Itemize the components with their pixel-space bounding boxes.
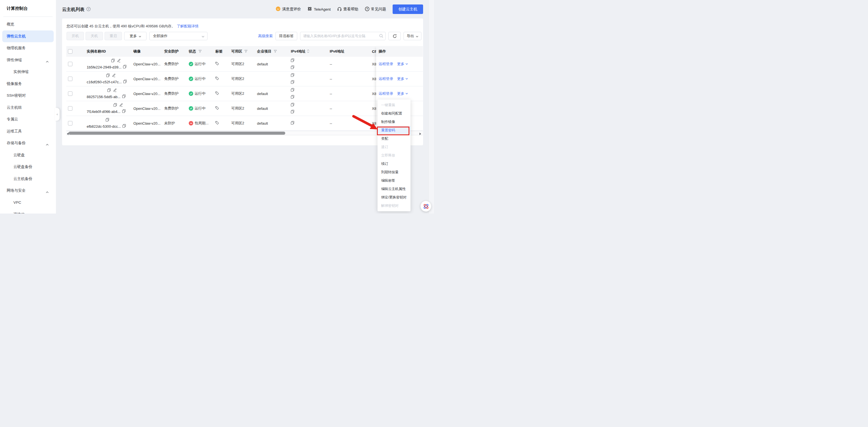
remote-login-link[interactable]: 远程登录: [379, 62, 393, 67]
sidebar-item-host-backup[interactable]: 云主机备份: [0, 173, 56, 185]
copy-icon[interactable]: [291, 121, 325, 126]
row-checkbox[interactable]: [68, 106, 72, 111]
menu-item-edit-tags[interactable]: 编辑标签: [377, 176, 410, 185]
copy-icon[interactable]: [291, 88, 325, 93]
menu-item-renew[interactable]: 续订: [377, 160, 410, 168]
filter-icon[interactable]: [274, 50, 277, 54]
search-icon[interactable]: [379, 34, 383, 39]
copy-icon[interactable]: [123, 65, 126, 69]
more-actions-button[interactable]: 更多: [124, 32, 147, 40]
copy-icon[interactable]: [111, 59, 115, 63]
sidebar-item-physical-machine[interactable]: 物理机服务: [0, 42, 56, 54]
batch-action-select[interactable]: 全部操作: [149, 32, 208, 40]
edit-icon[interactable]: [112, 73, 116, 78]
menu-item-bind-keypair[interactable]: 绑定/更换密钥对: [377, 193, 410, 201]
tag-icon[interactable]: [215, 91, 219, 96]
menu-item-release-now[interactable]: 立即释放: [377, 151, 410, 160]
copy-icon[interactable]: [291, 80, 325, 85]
row-checkbox[interactable]: [68, 62, 72, 66]
col-header-ipv6: IPv6地址: [325, 49, 372, 54]
copy-icon[interactable]: [291, 65, 325, 70]
page-scrollbar-strip[interactable]: [428, 0, 434, 214]
sidebar-item-ops-tools[interactable]: 运维工具: [0, 126, 56, 137]
tag-icon[interactable]: [215, 62, 219, 66]
copy-icon[interactable]: [122, 124, 126, 129]
row-checkbox[interactable]: [68, 76, 72, 81]
copy-icon[interactable]: [114, 103, 117, 107]
sidebar-item-vpc[interactable]: VPC: [0, 197, 56, 209]
satisfaction-survey-button[interactable]: 满意度评价: [276, 6, 301, 12]
horizontal-scrollbar[interactable]: [66, 131, 423, 135]
copy-icon[interactable]: [291, 58, 325, 63]
sidebar-item-network-security[interactable]: 网络与安全: [0, 185, 56, 197]
sidebar-item-ssh-keypair[interactable]: SSH密钥对: [0, 90, 56, 102]
copy-icon[interactable]: [107, 88, 111, 93]
tag-icon[interactable]: [215, 76, 219, 81]
copy-icon[interactable]: [106, 73, 110, 78]
power-on-button[interactable]: 开机: [67, 32, 84, 40]
sidebar-item-image-service[interactable]: 镜像服务: [0, 78, 56, 90]
filter-icon[interactable]: [244, 50, 247, 54]
filter-tag-button[interactable]: 筛选标签: [275, 32, 297, 40]
select-all-checkbox[interactable]: [68, 49, 72, 54]
menu-item-create-image[interactable]: 制作镜像: [377, 118, 410, 126]
tag-icon[interactable]: [215, 106, 219, 111]
faq-button[interactable]: ? 常见问题: [365, 7, 386, 12]
status-badge: 运行中: [195, 76, 206, 81]
sidebar-item-auto-scaling[interactable]: 弹性伸缩: [0, 54, 56, 66]
scroll-right-arrow-icon[interactable]: [419, 132, 422, 136]
row-checkbox[interactable]: [68, 91, 72, 96]
sidebar-item-cloud-disk[interactable]: 云硬盘: [0, 149, 56, 161]
copy-icon[interactable]: [291, 103, 325, 107]
edit-icon[interactable]: [113, 88, 117, 93]
export-button[interactable]: 导出: [404, 32, 422, 40]
power-off-button[interactable]: 关机: [86, 32, 103, 40]
copy-icon[interactable]: [122, 94, 126, 99]
copy-icon[interactable]: [291, 110, 325, 114]
filter-icon[interactable]: [198, 50, 202, 54]
sidebar-item-elastic-cloud-host[interactable]: 弹性云主机: [2, 30, 54, 42]
menu-item-resize[interactable]: 变配: [377, 134, 410, 143]
remote-login-link[interactable]: 远程登录: [379, 91, 393, 96]
advanced-search-link[interactable]: 高级搜索: [258, 34, 273, 39]
menu-item-clone-config[interactable]: 创建相同配置: [377, 109, 410, 118]
teleagent-button[interactable]: TeleAgent: [307, 6, 331, 12]
copy-icon[interactable]: [122, 109, 126, 114]
tag-icon[interactable]: [215, 121, 219, 126]
view-help-button[interactable]: 查看帮助: [337, 7, 359, 12]
horizontal-scrollbar-thumb[interactable]: [68, 132, 285, 135]
sidebar-item-overview[interactable]: 概览: [0, 19, 56, 30]
menu-item-to-pay-per-use[interactable]: 到期转按量: [377, 168, 410, 176]
refresh-button[interactable]: [389, 32, 401, 40]
row-more-button[interactable]: 更多: [397, 62, 408, 67]
row-checkbox[interactable]: [68, 121, 72, 126]
copy-icon[interactable]: [291, 95, 325, 99]
copy-icon[interactable]: [291, 73, 325, 78]
edit-icon[interactable]: [117, 59, 121, 63]
sidebar-item-disk-backup[interactable]: 云硬盘备份: [0, 161, 56, 173]
copy-icon[interactable]: [106, 118, 109, 122]
edit-icon[interactable]: [119, 103, 123, 107]
menu-item-reset-password[interactable]: 重置密码: [377, 126, 410, 134]
sidebar-collapse-handle[interactable]: ‹: [55, 108, 60, 121]
sidebar-item-elastic-ip[interactable]: 弹性IP: [0, 208, 56, 214]
quota-detail-link[interactable]: 了解配额详情: [177, 24, 198, 28]
row-more-button[interactable]: 更多: [397, 76, 408, 81]
sidebar-item-host-group[interactable]: 云主机组: [0, 102, 56, 114]
search-input[interactable]: [300, 32, 385, 40]
create-host-button[interactable]: 创建云主机: [393, 4, 423, 14]
sidebar-item-instance-scaling[interactable]: 实例伸缩: [0, 66, 56, 78]
sidebar-item-dedicated-cloud[interactable]: 专属云: [0, 113, 56, 126]
sort-icon[interactable]: [307, 50, 310, 54]
assistant-float-button[interactable]: [421, 201, 431, 211]
reboot-button[interactable]: 重启: [104, 32, 122, 40]
help-circle-icon[interactable]: ?: [86, 7, 91, 12]
row-more-button[interactable]: 更多: [397, 91, 408, 96]
menu-item-reinstall[interactable]: 一键重装: [377, 101, 410, 109]
sidebar-item-storage-backup[interactable]: 存储与备份: [0, 137, 56, 149]
remote-login-link[interactable]: 远程登录: [379, 76, 393, 81]
menu-item-edit-host-attrs[interactable]: 编辑云主机属性: [377, 185, 410, 193]
menu-item-unsubscribe[interactable]: 退订: [377, 143, 410, 151]
copy-icon[interactable]: [123, 80, 127, 84]
menu-item-unbind-keypair[interactable]: 解绑密钥对: [377, 201, 410, 210]
